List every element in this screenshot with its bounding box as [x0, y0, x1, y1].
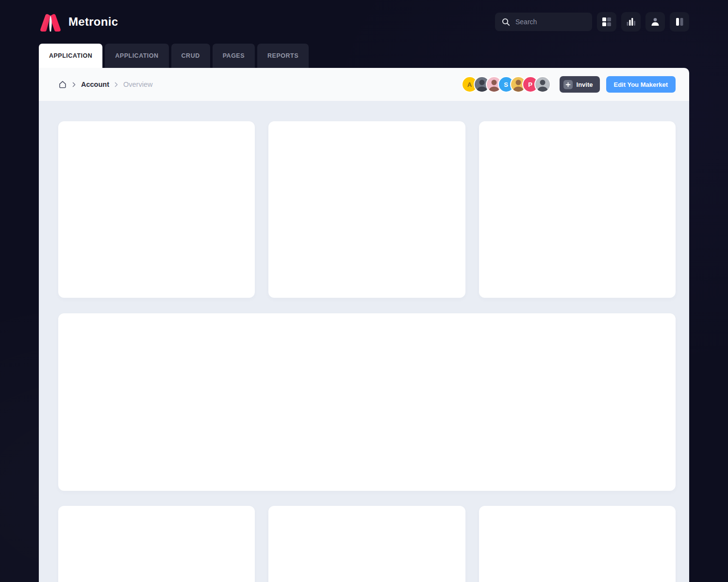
split-columns-button[interactable] — [670, 12, 689, 32]
breadcrumb: Account Overview — [58, 80, 152, 89]
user-icon — [650, 17, 660, 27]
tab-pages[interactable]: PAGES — [213, 44, 255, 68]
split-columns-icon — [675, 17, 684, 27]
chevron-right-icon — [114, 82, 119, 87]
breadcrumb-item-account[interactable]: Account — [81, 81, 109, 88]
breadcrumb-actions: A S P — [462, 76, 676, 93]
tab-reports[interactable]: REPORTS — [257, 44, 309, 68]
brand[interactable]: Metronic — [39, 12, 118, 32]
chevron-right-icon — [71, 82, 77, 87]
card-placeholder — [58, 121, 255, 298]
card-placeholder — [479, 506, 676, 582]
search-box[interactable] — [495, 13, 592, 31]
card-placeholder — [58, 506, 255, 582]
tab-bar: APPLICATION APPLICATION CRUD PAGES REPOR… — [0, 44, 728, 68]
tab-application-active[interactable]: APPLICATION — [39, 44, 102, 68]
page-background: Metronic — [0, 0, 728, 582]
top-card-row — [58, 121, 676, 298]
main-panel: Account Overview A S — [39, 68, 689, 582]
search-icon — [502, 18, 510, 26]
wide-card-placeholder — [58, 313, 676, 491]
search-input[interactable] — [515, 18, 585, 26]
card-placeholder — [268, 121, 465, 298]
bar-chart-button[interactable] — [621, 12, 641, 32]
user-button[interactable] — [645, 12, 665, 32]
bar-chart-icon — [626, 17, 636, 27]
bottom-card-row — [58, 506, 676, 582]
invite-button-label: Invite — [577, 81, 593, 88]
tab-crud[interactable]: CRUD — [171, 44, 210, 68]
apps-grid-icon — [602, 17, 612, 27]
apps-grid-button[interactable] — [597, 12, 616, 32]
invite-button[interactable]: Invite — [560, 76, 600, 93]
avatar-photo[interactable] — [534, 76, 551, 93]
content-area — [39, 101, 689, 582]
metronic-logo-icon — [39, 12, 62, 32]
tab-application[interactable]: APPLICATION — [105, 44, 168, 68]
avatar-group: A S P — [462, 76, 551, 93]
card-placeholder — [268, 506, 465, 582]
brand-name: Metronic — [68, 15, 118, 29]
topbar-actions — [495, 12, 689, 32]
top-header: Metronic — [0, 0, 728, 44]
card-placeholder — [479, 121, 676, 298]
edit-market-button[interactable]: Edit You Makerket — [606, 76, 676, 93]
home-icon[interactable] — [58, 80, 67, 89]
plus-icon — [563, 80, 573, 89]
breadcrumb-bar: Account Overview A S — [39, 68, 689, 101]
breadcrumb-item-overview: Overview — [123, 81, 152, 88]
